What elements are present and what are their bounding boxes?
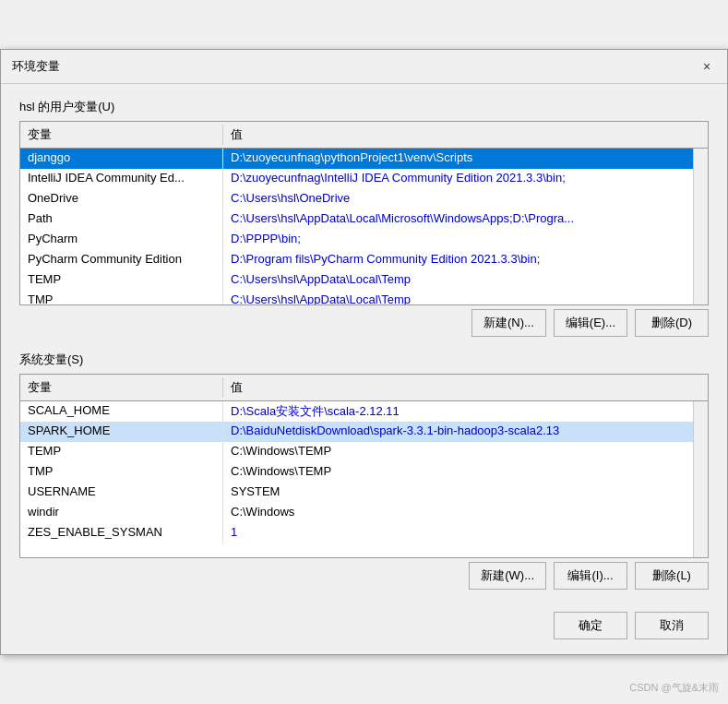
val-cell: D:\zuoyecunfnag\IntelliJ IDEA Community … — [223, 169, 693, 189]
environment-variables-dialog: 环境变量 × hsl 的用户变量(U) 变量 值 djanggoD:\zuoye… — [0, 49, 728, 655]
var-cell: SPARK_HOME — [20, 422, 223, 442]
user-edit-button[interactable]: 编辑(E)... — [554, 309, 627, 337]
sys-buttons-row: 新建(W)... 编辑(I)... 删除(L) — [19, 562, 709, 590]
val-cell: C:\Windows — [223, 503, 693, 523]
user-variables-section: hsl 的用户变量(U) 变量 值 djanggoD:\zuoyecunfnag… — [19, 99, 709, 337]
val-cell: C:\Windows\TEMP — [223, 462, 693, 483]
user-table-header: 变量 值 — [20, 122, 708, 149]
val-cell: D:\Program fils\PyCharm Community Editio… — [223, 250, 693, 270]
system-variables-section: 系统变量(S) 变量 值 SCALA_HOMED:\Scala安装文件\scal… — [19, 352, 709, 590]
sys-delete-button[interactable]: 删除(L) — [635, 562, 709, 590]
table-row[interactable]: USERNAMESYSTEM — [20, 483, 693, 503]
val-cell: C:\Users\hsl\AppData\Local\Temp — [223, 270, 693, 291]
val-cell: C:\Users\hsl\AppData\Local\Microsoft\Win… — [223, 209, 693, 230]
var-cell: PyCharm Community Edition — [20, 250, 223, 270]
var-cell: TMP — [20, 462, 223, 483]
table-row[interactable]: TMPC:\Users\hsl\AppData\Local\Temp — [20, 291, 693, 304]
dialog-title: 环境变量 — [12, 58, 60, 75]
table-row[interactable]: OneDriveC:\Users\hsl\OneDrive — [20, 189, 693, 209]
val-cell: D:\PPPP\bin; — [223, 230, 693, 250]
var-cell: ZES_ENABLE_SYSMAN — [20, 523, 223, 543]
var-cell: IntelliJ IDEA Community Ed... — [20, 169, 223, 189]
user-table-with-scroll: djanggoD:\zuoyecunfnag\pythonProject1\ve… — [20, 149, 708, 304]
val-cell: C:\Users\hsl\AppData\Local\Temp — [223, 291, 693, 304]
system-section-label: 系统变量(S) — [19, 352, 709, 368]
var-cell: TEMP — [20, 442, 223, 462]
val-cell: C:\Users\hsl\OneDrive — [223, 189, 693, 209]
user-new-button[interactable]: 新建(N)... — [471, 309, 546, 337]
var-cell: SCALA_HOME — [20, 401, 223, 422]
dialog-body: hsl 的用户变量(U) 变量 值 djanggoD:\zuoyecunfnag… — [1, 84, 727, 604]
user-buttons-row: 新建(N)... 编辑(E)... 删除(D) — [19, 309, 709, 337]
table-row[interactable]: IntelliJ IDEA Community Ed...D:\zuoyecun… — [20, 169, 693, 189]
var-cell: windir — [20, 503, 223, 523]
user-variables-table: 变量 值 djanggoD:\zuoyecunfnag\pythonProjec… — [19, 121, 709, 305]
val-cell: SYSTEM — [223, 483, 693, 503]
table-row[interactable]: SPARK_HOMED:\BaiduNetdiskDownload\spark-… — [20, 422, 693, 442]
user-col-val-header: 值 — [223, 125, 708, 145]
sys-scrollbar[interactable] — [693, 401, 708, 557]
var-cell: TMP — [20, 291, 223, 304]
table-row[interactable]: TEMPC:\Windows\TEMP — [20, 442, 693, 462]
var-cell: TEMP — [20, 270, 223, 291]
val-cell: C:\Windows\TEMP — [223, 442, 693, 462]
table-row[interactable]: djanggoD:\zuoyecunfnag\pythonProject1\ve… — [20, 149, 693, 169]
user-delete-button[interactable]: 删除(D) — [635, 309, 709, 337]
close-button[interactable]: × — [698, 57, 716, 76]
table-row[interactable]: TMPC:\Windows\TEMP — [20, 462, 693, 483]
table-row[interactable]: PyCharm Community EditionD:\Program fils… — [20, 250, 693, 270]
user-table-body: djanggoD:\zuoyecunfnag\pythonProject1\ve… — [20, 149, 693, 304]
table-row[interactable]: SCALA_HOMED:\Scala安装文件\scala-2.12.11 — [20, 401, 693, 422]
table-row[interactable]: TEMPC:\Users\hsl\AppData\Local\Temp — [20, 270, 693, 291]
table-row[interactable]: ZES_ENABLE_SYSMAN1 — [20, 523, 693, 543]
user-scrollbar[interactable] — [693, 149, 708, 304]
user-col-var-header: 变量 — [20, 125, 223, 145]
sys-col-var-header: 变量 — [20, 377, 223, 398]
cancel-button[interactable]: 取消 — [635, 612, 709, 639]
val-cell: D:\Scala安装文件\scala-2.12.11 — [223, 401, 693, 422]
sys-table-header: 变量 值 — [20, 375, 708, 401]
user-section-label: hsl 的用户变量(U) — [19, 99, 709, 115]
sys-table-body: SCALA_HOMED:\Scala安装文件\scala-2.12.11SPAR… — [20, 401, 693, 557]
var-cell: USERNAME — [20, 483, 223, 503]
var-cell: djanggo — [20, 149, 223, 169]
ok-button[interactable]: 确定 — [554, 612, 627, 639]
var-cell: OneDrive — [20, 189, 223, 209]
var-cell: PyCharm — [20, 230, 223, 250]
val-cell: D:\zuoyecunfnag\pythonProject1\venv\Scri… — [223, 149, 693, 169]
table-row[interactable]: PathC:\Users\hsl\AppData\Local\Microsoft… — [20, 209, 693, 230]
table-row[interactable]: windirC:\Windows — [20, 503, 693, 523]
title-bar: 环境变量 × — [1, 50, 727, 84]
sys-new-button[interactable]: 新建(W)... — [469, 562, 546, 590]
system-variables-table: 变量 值 SCALA_HOMED:\Scala安装文件\scala-2.12.1… — [19, 374, 709, 558]
watermark: CSDN @气旋&末雨 — [629, 681, 719, 695]
var-cell: Path — [20, 209, 223, 230]
table-row[interactable]: PyCharmD:\PPPP\bin; — [20, 230, 693, 250]
sys-col-val-header: 值 — [223, 377, 708, 398]
sys-edit-button[interactable]: 编辑(I)... — [554, 562, 627, 590]
bottom-buttons-row: 确定 取消 — [1, 604, 727, 654]
sys-table-with-scroll: SCALA_HOMED:\Scala安装文件\scala-2.12.11SPAR… — [20, 401, 708, 557]
val-cell: 1 — [223, 523, 693, 543]
val-cell: D:\BaiduNetdiskDownload\spark-3.3.1-bin-… — [223, 422, 693, 442]
